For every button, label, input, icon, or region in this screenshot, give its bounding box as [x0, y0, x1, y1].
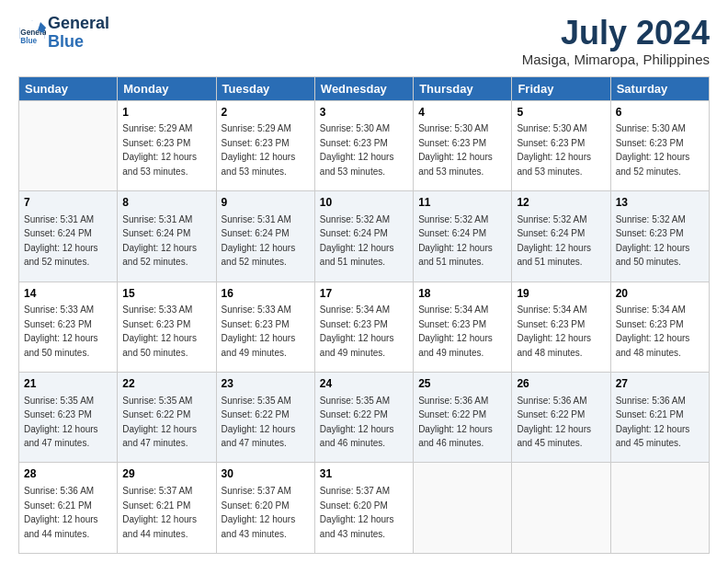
- day-info: Sunrise: 5:31 AMSunset: 6:24 PMDaylight:…: [122, 214, 197, 268]
- day-info: Sunrise: 5:35 AMSunset: 6:22 PMDaylight:…: [122, 396, 197, 449]
- day-number: 2: [222, 105, 310, 121]
- table-row: 22Sunrise: 5:35 AMSunset: 6:22 PMDayligh…: [118, 373, 216, 463]
- day-number: 18: [418, 286, 506, 302]
- day-info: Sunrise: 5:37 AMSunset: 6:21 PMDaylight:…: [122, 486, 197, 539]
- day-info: Sunrise: 5:30 AMSunset: 6:23 PMDaylight:…: [517, 123, 591, 177]
- table-row: 15Sunrise: 5:33 AMSunset: 6:23 PMDayligh…: [118, 282, 216, 372]
- table-row: 10Sunrise: 5:32 AMSunset: 6:24 PMDayligh…: [314, 191, 413, 282]
- day-number: 14: [24, 286, 112, 302]
- day-number: 17: [320, 286, 408, 302]
- subtitle: Masiga, Mimaropa, Philippines: [522, 52, 710, 67]
- day-info: Sunrise: 5:31 AMSunset: 6:24 PMDaylight:…: [222, 214, 296, 268]
- col-saturday: Saturday: [610, 76, 709, 100]
- day-info: Sunrise: 5:29 AMSunset: 6:23 PMDaylight:…: [122, 123, 197, 177]
- day-info: Sunrise: 5:29 AMSunset: 6:23 PMDaylight:…: [222, 123, 296, 177]
- day-number: 12: [517, 195, 605, 211]
- col-sunday: Sunday: [19, 76, 118, 100]
- day-info: Sunrise: 5:30 AMSunset: 6:23 PMDaylight:…: [418, 123, 493, 177]
- day-number: 7: [24, 195, 112, 211]
- col-thursday: Thursday: [414, 76, 512, 100]
- logo-icon: General Blue: [18, 19, 46, 47]
- day-info: Sunrise: 5:36 AMSunset: 6:21 PMDaylight:…: [616, 396, 690, 449]
- day-info: Sunrise: 5:30 AMSunset: 6:23 PMDaylight:…: [616, 123, 690, 177]
- table-row: 18Sunrise: 5:34 AMSunset: 6:23 PMDayligh…: [414, 282, 512, 372]
- main-title: July 2024: [522, 15, 710, 52]
- table-row: 29Sunrise: 5:37 AMSunset: 6:21 PMDayligh…: [118, 463, 216, 554]
- day-info: Sunrise: 5:35 AMSunset: 6:23 PMDaylight:…: [24, 396, 98, 449]
- day-info: Sunrise: 5:32 AMSunset: 6:24 PMDaylight:…: [320, 214, 394, 268]
- table-row: [610, 463, 709, 554]
- day-number: 19: [517, 286, 605, 302]
- calendar-week-row: 14Sunrise: 5:33 AMSunset: 6:23 PMDayligh…: [19, 282, 710, 372]
- table-row: 23Sunrise: 5:35 AMSunset: 6:22 PMDayligh…: [216, 373, 314, 463]
- table-row: 19Sunrise: 5:34 AMSunset: 6:23 PMDayligh…: [512, 282, 610, 372]
- day-number: 31: [320, 466, 408, 482]
- day-number: 6: [616, 105, 704, 121]
- day-info: Sunrise: 5:37 AMSunset: 6:20 PMDaylight:…: [320, 486, 394, 539]
- day-info: Sunrise: 5:36 AMSunset: 6:21 PMDaylight:…: [24, 486, 98, 539]
- col-monday: Monday: [118, 76, 216, 100]
- day-info: Sunrise: 5:33 AMSunset: 6:23 PMDaylight:…: [122, 304, 197, 358]
- day-number: 3: [320, 105, 408, 121]
- day-number: 28: [24, 466, 112, 482]
- title-block: July 2024 Masiga, Mimaropa, Philippines: [522, 15, 710, 67]
- day-number: 22: [122, 376, 210, 392]
- table-row: 6Sunrise: 5:30 AMSunset: 6:23 PMDaylight…: [610, 100, 709, 190]
- day-info: Sunrise: 5:33 AMSunset: 6:23 PMDaylight:…: [222, 304, 296, 358]
- day-info: Sunrise: 5:32 AMSunset: 6:23 PMDaylight:…: [616, 214, 690, 268]
- day-info: Sunrise: 5:33 AMSunset: 6:23 PMDaylight:…: [24, 304, 98, 358]
- day-number: 15: [122, 286, 210, 302]
- table-row: 2Sunrise: 5:29 AMSunset: 6:23 PMDaylight…: [216, 100, 314, 190]
- day-number: 24: [320, 376, 408, 392]
- table-row: 5Sunrise: 5:30 AMSunset: 6:23 PMDaylight…: [512, 100, 610, 190]
- logo: General Blue General Blue: [18, 15, 109, 52]
- day-number: 30: [222, 466, 310, 482]
- header: General Blue General Blue July 2024 Masi…: [18, 15, 710, 67]
- table-row: 16Sunrise: 5:33 AMSunset: 6:23 PMDayligh…: [216, 282, 314, 372]
- table-row: 4Sunrise: 5:30 AMSunset: 6:23 PMDaylight…: [414, 100, 512, 190]
- table-row: 1Sunrise: 5:29 AMSunset: 6:23 PMDaylight…: [118, 100, 216, 190]
- day-info: Sunrise: 5:37 AMSunset: 6:20 PMDaylight:…: [222, 486, 296, 539]
- calendar-table: Sunday Monday Tuesday Wednesday Thursday…: [18, 76, 710, 554]
- day-info: Sunrise: 5:35 AMSunset: 6:22 PMDaylight:…: [320, 396, 394, 449]
- day-number: 11: [418, 195, 506, 211]
- table-row: 14Sunrise: 5:33 AMSunset: 6:23 PMDayligh…: [19, 282, 118, 372]
- table-row: [19, 100, 118, 190]
- day-number: 13: [616, 195, 704, 211]
- day-info: Sunrise: 5:36 AMSunset: 6:22 PMDaylight:…: [418, 396, 493, 449]
- calendar-week-row: 28Sunrise: 5:36 AMSunset: 6:21 PMDayligh…: [19, 463, 710, 554]
- col-friday: Friday: [512, 76, 610, 100]
- table-row: 26Sunrise: 5:36 AMSunset: 6:22 PMDayligh…: [512, 373, 610, 463]
- table-row: 27Sunrise: 5:36 AMSunset: 6:21 PMDayligh…: [610, 373, 709, 463]
- day-number: 4: [418, 105, 506, 121]
- day-info: Sunrise: 5:30 AMSunset: 6:23 PMDaylight:…: [320, 123, 394, 177]
- table-row: 30Sunrise: 5:37 AMSunset: 6:20 PMDayligh…: [216, 463, 314, 554]
- table-row: 8Sunrise: 5:31 AMSunset: 6:24 PMDaylight…: [118, 191, 216, 282]
- table-row: 7Sunrise: 5:31 AMSunset: 6:24 PMDaylight…: [19, 191, 118, 282]
- day-number: 25: [418, 376, 506, 392]
- table-row: 24Sunrise: 5:35 AMSunset: 6:22 PMDayligh…: [314, 373, 413, 463]
- day-info: Sunrise: 5:36 AMSunset: 6:22 PMDaylight:…: [517, 396, 591, 449]
- page: General Blue General Blue July 2024 Masi…: [0, 0, 728, 563]
- calendar-week-row: 1Sunrise: 5:29 AMSunset: 6:23 PMDaylight…: [19, 100, 710, 190]
- day-number: 9: [222, 195, 310, 211]
- table-row: 3Sunrise: 5:30 AMSunset: 6:23 PMDaylight…: [314, 100, 413, 190]
- table-row: 25Sunrise: 5:36 AMSunset: 6:22 PMDayligh…: [414, 373, 512, 463]
- table-row: 13Sunrise: 5:32 AMSunset: 6:23 PMDayligh…: [610, 191, 709, 282]
- table-row: 28Sunrise: 5:36 AMSunset: 6:21 PMDayligh…: [19, 463, 118, 554]
- svg-text:Blue: Blue: [20, 36, 37, 44]
- day-info: Sunrise: 5:32 AMSunset: 6:24 PMDaylight:…: [517, 214, 591, 268]
- day-number: 20: [616, 286, 704, 302]
- table-row: 11Sunrise: 5:32 AMSunset: 6:24 PMDayligh…: [414, 191, 512, 282]
- day-number: 26: [517, 376, 605, 392]
- table-row: [512, 463, 610, 554]
- calendar-week-row: 21Sunrise: 5:35 AMSunset: 6:23 PMDayligh…: [19, 373, 710, 463]
- day-number: 8: [122, 195, 210, 211]
- table-row: 9Sunrise: 5:31 AMSunset: 6:24 PMDaylight…: [216, 191, 314, 282]
- table-row: 17Sunrise: 5:34 AMSunset: 6:23 PMDayligh…: [314, 282, 413, 372]
- table-row: 21Sunrise: 5:35 AMSunset: 6:23 PMDayligh…: [19, 373, 118, 463]
- day-number: 27: [616, 376, 704, 392]
- day-number: 16: [222, 286, 310, 302]
- col-wednesday: Wednesday: [314, 76, 413, 100]
- day-number: 1: [122, 105, 210, 121]
